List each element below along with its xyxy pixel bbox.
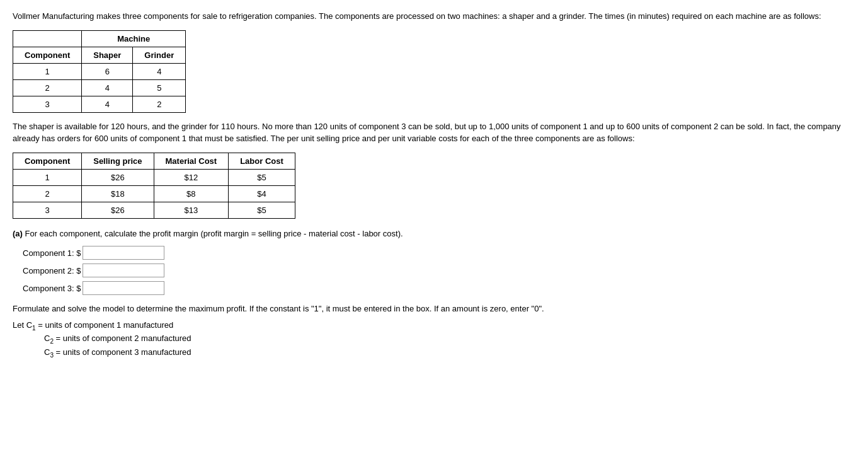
component3-input-row: Component 3: $ [23,281,855,295]
material-1: $12 [154,169,229,185]
c3-text: C3 = units of component 3 manufactured [44,347,191,359]
section-a-desc-text: For each component, calculate the profit… [25,229,403,238]
component2-input-row: Component 2: $ [23,264,855,277]
cost-component-2: 2 [13,185,82,202]
c2-text: C2 = units of component 2 manufactured [44,333,191,345]
table-row: 2 4 5 [13,79,186,96]
component-2: 2 [13,79,82,96]
col-shaper: Shaper [82,47,133,63]
let-c3-line: C3 = units of component 3 manufactured [44,347,855,359]
table-row: 3 4 2 [13,96,186,112]
c2-subscript: 2 [50,338,54,345]
selling-2: $18 [82,185,154,202]
labor-2: $4 [229,185,295,202]
section-a: (a) For each component, calculate the pr… [13,228,855,359]
table-row: 1 $26 $12 $5 [13,169,295,185]
component-3: 3 [13,96,82,112]
selling-1: $26 [82,169,154,185]
grinder-3: 2 [133,96,186,112]
let-c1-line: Let C1 = units of component 1 manufactur… [13,320,855,332]
shaper-3: 4 [82,96,133,112]
middle-text: The shaper is available for 120 hours, a… [13,120,855,145]
labor-3: $5 [229,202,295,218]
cost-table: Component Selling price Material Cost La… [13,153,295,219]
intro-text: Vollmer Manufacturing makes three compon… [13,10,855,23]
material-3: $13 [154,202,229,218]
component1-label: Component 1: $ [23,248,81,258]
formulate-text: Formulate and solve the model to determi… [13,303,855,315]
cost-col-selling: Selling price [82,153,154,169]
c3-subscript: 3 [50,351,54,358]
grinder-1: 4 [133,63,186,79]
labor-1: $5 [229,169,295,185]
let-text: Let C1 = units of component 1 manufactur… [13,320,173,332]
component1-input-row: Component 1: $ [23,246,855,260]
component2-input[interactable] [83,264,164,277]
table-row: 2 $18 $8 $4 [13,185,295,202]
component3-label: Component 3: $ [23,284,81,293]
cost-component-1: 1 [13,169,82,185]
col-component: Component [13,47,82,63]
material-2: $8 [154,185,229,202]
table-row: 3 $26 $13 $5 [13,202,295,218]
component3-input[interactable] [83,281,164,295]
selling-3: $26 [82,202,154,218]
shaper-2: 4 [82,79,133,96]
shaper-1: 6 [82,63,133,79]
component-1: 1 [13,63,82,79]
section-a-label: (a) [13,229,23,238]
cost-col-material: Material Cost [154,153,229,169]
machine-header: Machine [82,30,186,47]
col-grinder: Grinder [133,47,186,63]
machine-times-table: Machine Component Shaper Grinder 1 6 4 2… [13,30,186,113]
cost-component-3: 3 [13,202,82,218]
component2-label: Component 2: $ [23,266,81,275]
cost-col-component: Component [13,153,82,169]
let-c2-line: C2 = units of component 2 manufactured [44,333,855,345]
component1-input[interactable] [83,246,164,260]
section-a-text: (a) For each component, calculate the pr… [13,228,855,240]
grinder-2: 5 [133,79,186,96]
table-row: 1 6 4 [13,63,186,79]
cost-col-labor: Labor Cost [229,153,295,169]
c1-subscript: 1 [32,324,36,331]
